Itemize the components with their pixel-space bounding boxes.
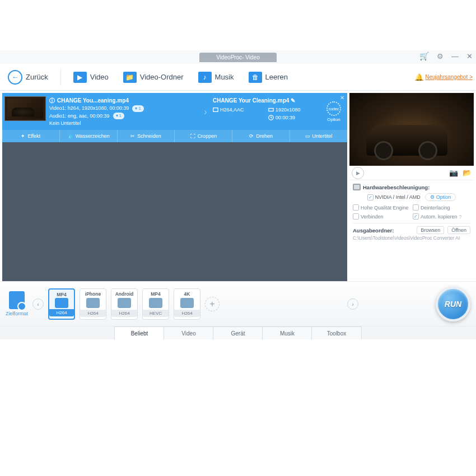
format-glyph-icon — [149, 298, 162, 308]
content-area: ✕ ⓘCHANGE You...eaning.mp4 Video1: h264,… — [0, 91, 476, 281]
wand-icon: ✦ — [21, 133, 25, 139]
format-card-mp4-hevc[interactable]: MP4HEVC — [142, 288, 169, 320]
minimize-button[interactable]: — — [451, 52, 459, 60]
preview-pane: ▶ 📷 📂 Hardwarebeschleunigung: ✓NVIDIA / … — [349, 93, 474, 281]
playback-bar: ▶ 📷 📂 — [349, 166, 474, 180]
format-card-iphone-h264[interactable]: iPhoneH264 — [80, 288, 106, 320]
file-thumbnail — [4, 96, 46, 121]
arrow-icon: › — [202, 96, 209, 128]
video-track-pill[interactable]: ▾ 1 — [132, 105, 143, 112]
window-controls: 🛒 ⚙ — ✕ — [419, 52, 473, 60]
merge-check[interactable]: Verbinden — [353, 213, 410, 220]
watermark-tab[interactable]: 💧Wasserzeichen — [60, 130, 118, 142]
drop-icon: 💧 — [67, 133, 73, 139]
video-icon: ▶ — [73, 72, 87, 83]
back-arrow-icon: ← — [8, 70, 22, 85]
file-list-pane: ✕ ⓘCHANGE You...eaning.mp4 Video1: h264,… — [2, 93, 347, 281]
video-preview — [349, 93, 474, 166]
snapshot-icon[interactable]: 📷 — [449, 169, 458, 177]
hw-vendor-check[interactable]: ✓NVIDIA / Intel / AMD — [367, 194, 421, 200]
hw-accel-title: Hardwarebeschleunigung: — [353, 184, 470, 190]
file-item[interactable]: ✕ ⓘCHANGE You...eaning.mp4 Video1: h264,… — [2, 93, 347, 142]
film-icon — [213, 107, 218, 113]
resolution-icon — [268, 107, 274, 113]
remove-file-button[interactable]: ✕ — [340, 95, 344, 101]
subtitle-tab[interactable]: ▭Untertitel — [290, 130, 347, 142]
rotate-icon: ⟳ — [249, 133, 254, 139]
output-folder: Ausgabeordner: Browsen Öffnen C:\Users\T… — [353, 223, 470, 241]
format-list: MP4H264iPhoneH264AndroidH264MP4HEVC4KH26… — [48, 288, 200, 320]
cut-tab[interactable]: ✂Schneiden — [118, 130, 175, 142]
clock-icon — [268, 115, 274, 120]
edit-toolbar: ✦Effekt 💧Wasserzeichen ✂Schneiden ⛶Cropp… — [2, 130, 347, 142]
svg-rect-0 — [213, 108, 218, 112]
app-window: VideoProc- Video 🛒 ⚙ — ✕ ← Zurück ▶ Vide… — [0, 50, 476, 339]
tab-music[interactable]: Musik — [262, 326, 312, 339]
trash-icon: 🗑 — [249, 72, 262, 83]
deinterlace-check[interactable]: Deinterlacing — [413, 204, 470, 211]
open-button[interactable]: Öffnen — [447, 226, 470, 234]
scissors-icon: ✂ — [130, 133, 135, 139]
separator — [60, 69, 61, 86]
format-card-mp4-h264[interactable]: MP4H264 — [48, 288, 75, 320]
rotate-tab[interactable]: ⟳Drehen — [232, 130, 290, 142]
autocopy-check[interactable]: ✓Autom. kopieren ? — [413, 213, 470, 220]
format-card-4k-h264[interactable]: 4KH264 — [174, 288, 200, 320]
open-folder-icon[interactable]: 📂 — [463, 169, 472, 177]
bell-icon: 🔔 — [415, 73, 423, 81]
settings-icon[interactable]: ⚙ — [437, 52, 444, 60]
folder-icon: 📁 — [123, 72, 137, 83]
output-info: CHANGE Your Cleaning.mp4 ✎ H264,AAC 1920… — [213, 96, 319, 128]
codec-option-button[interactable]: codec Option — [323, 96, 345, 128]
help-icon[interactable]: ? — [459, 214, 462, 220]
format-card-android-h264[interactable]: AndroidH264 — [111, 288, 138, 320]
svg-rect-1 — [269, 109, 273, 111]
add-video-button[interactable]: ▶ Video — [69, 69, 113, 85]
add-music-button[interactable]: ♪ Musik — [194, 69, 239, 85]
format-glyph-icon — [118, 298, 131, 308]
options-panel: Hardwarebeschleunigung: ✓NVIDIA / Intel … — [349, 180, 474, 244]
clear-button[interactable]: 🗑 Leeren — [244, 69, 292, 85]
run-button[interactable]: RUN — [436, 287, 470, 321]
tab-video[interactable]: Video — [164, 326, 214, 339]
subtitle-icon: ▭ — [305, 133, 310, 139]
tab-toolbox[interactable]: Toolbox — [311, 326, 362, 339]
titlebar: VideoProc- Video 🛒 ⚙ — ✕ — [0, 50, 476, 64]
add-folder-button[interactable]: 📁 Video-Ordner — [119, 69, 188, 85]
effect-tab[interactable]: ✦Effekt — [2, 130, 60, 142]
format-bar: Zielformat ‹ MP4H264iPhoneH264AndroidH26… — [0, 281, 476, 326]
audio-track-pill[interactable]: ▾ 1 — [113, 113, 124, 119]
rename-icon[interactable]: ✎ — [291, 97, 295, 104]
target-format-icon — [9, 291, 25, 309]
output-path: C:\Users\Toolstone\Videos\VideoProc Conv… — [353, 235, 470, 241]
crop-icon: ⛶ — [190, 133, 195, 139]
promo-link[interactable]: 🔔 Neujahrsangebot > — [415, 73, 473, 81]
format-glyph-icon — [55, 298, 68, 308]
play-button[interactable]: ▶ — [352, 167, 364, 179]
format-glyph-icon — [180, 298, 194, 308]
tab-popular[interactable]: Beliebt — [114, 326, 165, 339]
formats-prev-button[interactable]: ‹ — [32, 298, 44, 310]
codec-icon: codec — [326, 101, 341, 116]
browse-button[interactable]: Browsen — [417, 226, 444, 234]
gear-icon: ⚙ — [430, 194, 435, 200]
hq-engine-check[interactable]: Hohe Qualität Engine — [353, 204, 410, 211]
format-glyph-icon — [86, 298, 100, 308]
target-format-label[interactable]: Zielformat — [6, 291, 28, 316]
close-button[interactable]: ✕ — [466, 52, 473, 60]
cart-icon[interactable]: 🛒 — [419, 52, 429, 60]
window-title: VideoProc- Video — [199, 53, 276, 62]
hw-option-button[interactable]: ⚙Option — [425, 193, 456, 201]
info-icon: ⓘ — [49, 96, 55, 105]
add-format-button[interactable]: + — [205, 297, 220, 311]
category-tabs: Beliebt Video Gerät Musik Toolbox — [0, 326, 476, 339]
main-toolbar: ← Zurück ▶ Video 📁 Video-Ordner ♪ Musik … — [0, 64, 476, 91]
back-button[interactable]: ← Zurück — [3, 68, 53, 87]
chip-icon — [353, 184, 361, 190]
crop-tab[interactable]: ⛶Croppen — [175, 130, 232, 142]
music-icon: ♪ — [198, 72, 212, 83]
tab-device[interactable]: Gerät — [213, 326, 263, 339]
input-info: ⓘCHANGE You...eaning.mp4 Video1: h264, 1… — [49, 96, 198, 128]
formats-next-button[interactable]: › — [347, 298, 358, 310]
